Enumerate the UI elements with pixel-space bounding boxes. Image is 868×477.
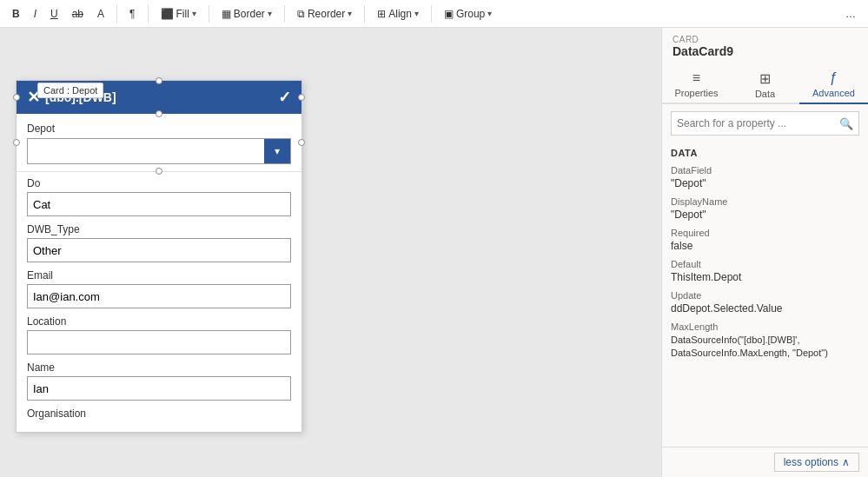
maxlength-value[interactable]: DataSourceInfo("[dbo].[DWB]',DataSourceI… (671, 334, 859, 361)
bold-button[interactable]: B (7, 2, 25, 26)
tab-data[interactable]: ⊞ Data (731, 65, 799, 104)
border-icon: ▦ (222, 8, 231, 20)
data-properties-section: DATA DataField "Depot" DisplayName "Depo… (662, 142, 868, 447)
sep6 (431, 5, 432, 23)
resize-handle-left[interactable] (13, 94, 20, 101)
sep2 (148, 5, 149, 23)
depot-resize-bottom[interactable] (156, 168, 162, 175)
field-group-location: Location (27, 315, 291, 354)
field-label-do: Do (27, 177, 291, 189)
field-label-location: Location (27, 315, 291, 328)
tab-advanced-label: Advanced (812, 88, 855, 98)
less-options-button[interactable]: less options ∧ (774, 453, 859, 472)
default-label: Default (671, 259, 859, 269)
more-icon: … (845, 8, 856, 20)
depot-chevron-button[interactable]: ▾ (264, 139, 290, 163)
border-chevron-icon: ▾ (268, 9, 272, 18)
property-search: 🔍 (671, 111, 859, 136)
field-group-organisation: Organisation (27, 407, 291, 420)
fill-icon: ⬛ (161, 8, 174, 20)
field-input-location[interactable] (27, 330, 291, 354)
group-chevron-icon: ▾ (487, 9, 492, 18)
reorder-icon: ⧉ (297, 8, 305, 20)
fill-chevron-icon: ▾ (192, 9, 196, 18)
less-options-arrow-icon: ∧ (842, 456, 850, 468)
card-check-icon[interactable]: ✓ (278, 88, 291, 107)
datafield-label: DataField (671, 165, 859, 176)
properties-tab-icon: ≡ (692, 70, 700, 86)
field-group-name: Name (27, 361, 291, 401)
less-options-label: less options (784, 456, 838, 468)
field-group-dwbtype: DWB_Type (27, 223, 291, 262)
tab-properties-label: Properties (674, 88, 718, 98)
card-panel: Card : Depot ✕ [dbo].[DWB] ✓ Depot (16, 80, 302, 433)
data-tab-icon: ⊞ (759, 70, 771, 87)
depot-input[interactable] (28, 139, 264, 163)
depot-dropdown: ▾ (27, 138, 291, 164)
default-value[interactable]: ThisItem.Depot (671, 271, 859, 283)
datafield-value[interactable]: "Depot" (671, 177, 859, 189)
depot-section: Depot ▾ (17, 114, 301, 172)
field-input-do[interactable] (27, 192, 291, 216)
required-label: Required (671, 228, 859, 238)
update-value[interactable]: ddDepot.Selected.Value (671, 302, 859, 315)
data-row-datafield: DataField "Depot" (671, 165, 859, 189)
toolbar: B I U ab A ¶ ⬛ Fill ▾ ▦ Border ▾ ⧉ Reord… (0, 0, 868, 28)
advanced-tab-icon: ƒ (830, 70, 838, 86)
underline-button[interactable]: U (45, 2, 63, 26)
field-input-email[interactable] (27, 284, 291, 308)
fill-button[interactable]: ⬛ Fill ▾ (156, 2, 202, 26)
data-section-title: DATA (671, 148, 859, 158)
data-row-required: Required false (671, 228, 859, 252)
paragraph-button[interactable]: ¶ (124, 2, 140, 26)
depot-resize-right[interactable] (298, 139, 305, 146)
canvas: Card : Depot ✕ [dbo].[DWB] ✓ Depot (0, 28, 661, 477)
panel-tabs: ≡ Properties ⊞ Data ƒ Advanced (662, 65, 868, 104)
align-button[interactable]: ⊞ Align ▾ (372, 2, 424, 26)
italic-button[interactable]: I (29, 2, 42, 26)
maxlength-label: MaxLength (671, 321, 859, 332)
right-panel: CARD DataCard9 ≡ Properties ⊞ Data ƒ Adv… (661, 28, 868, 477)
border-button[interactable]: ▦ Border ▾ (216, 2, 277, 26)
sep3 (209, 5, 209, 23)
data-row-maxlength: MaxLength DataSourceInfo("[dbo].[DWB]',D… (671, 321, 859, 361)
depot-resize-left[interactable] (13, 139, 20, 146)
reorder-button[interactable]: ⧉ Reorder ▾ (292, 2, 357, 26)
search-icon: 🔍 (839, 117, 853, 130)
field-group-do: Do (27, 177, 291, 216)
required-value[interactable]: false (671, 240, 859, 252)
update-label: Update (671, 290, 859, 301)
card-tooltip: Card : Depot (37, 83, 103, 98)
resize-handle-right[interactable] (298, 94, 305, 101)
tab-advanced[interactable]: ƒ Advanced (799, 65, 868, 104)
depot-label: Depot (27, 123, 291, 135)
reorder-chevron-icon: ▾ (348, 9, 352, 18)
panel-card-name: DataCard9 (673, 44, 858, 58)
tab-properties[interactable]: ≡ Properties (662, 65, 731, 104)
sep5 (364, 5, 365, 23)
panel-header: CARD DataCard9 (662, 28, 868, 65)
field-input-dwbtype[interactable] (27, 238, 291, 262)
group-button[interactable]: ▣ Group ▾ (439, 2, 497, 26)
align-icon: ⊞ (377, 8, 386, 20)
less-options-bar: less options ∧ (662, 447, 868, 477)
font-color-button[interactable]: A (92, 2, 109, 26)
sep4 (284, 5, 285, 23)
more-options-button[interactable]: … (840, 2, 861, 26)
displayname-value[interactable]: "Depot" (671, 209, 859, 221)
panel-card-label: CARD (673, 35, 858, 44)
resize-handle-top[interactable] (156, 77, 162, 84)
form-section: Do DWB_Type Email Location (17, 172, 301, 432)
field-label-email: Email (27, 269, 291, 282)
field-label-name: Name (27, 361, 291, 374)
property-search-input[interactable] (677, 117, 839, 129)
field-input-name[interactable] (27, 376, 291, 401)
data-row-displayname: DisplayName "Depot" (671, 196, 859, 221)
strikethrough-button[interactable]: ab (67, 2, 89, 26)
field-label-organisation: Organisation (27, 407, 291, 420)
main-area: Card : Depot ✕ [dbo].[DWB] ✓ Depot (0, 28, 868, 477)
tab-data-label: Data (755, 89, 775, 99)
sep1 (116, 5, 117, 23)
field-group-email: Email (27, 269, 291, 308)
group-icon: ▣ (444, 8, 454, 20)
